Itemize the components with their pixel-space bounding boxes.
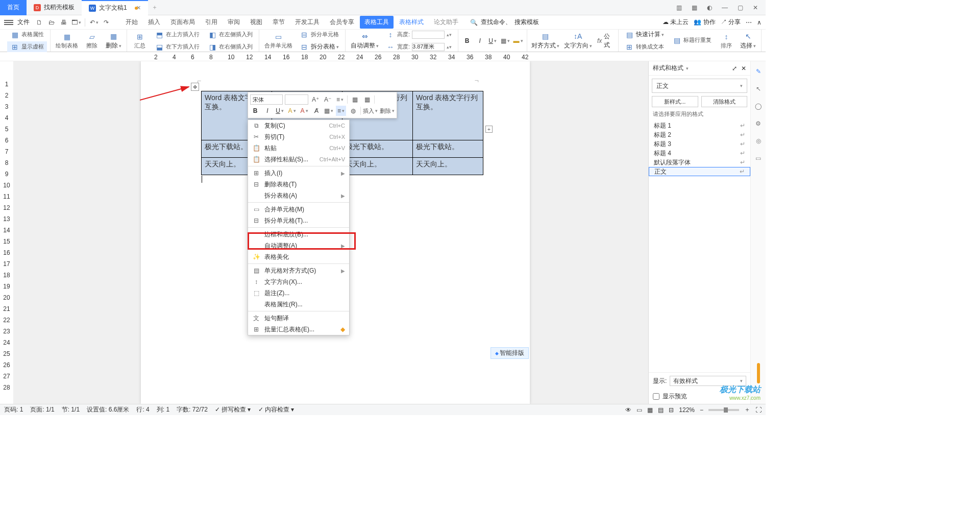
ctx-text-direction[interactable]: ↕文字方向(X)... xyxy=(248,276,349,287)
mini-align-icon[interactable]: ≡▾ xyxy=(336,106,346,116)
draw-table-button[interactable]: ▦绘制表格 xyxy=(54,31,80,51)
border-icon[interactable]: ▦▾ xyxy=(500,35,511,46)
ctx-copy[interactable]: ⧉复制(C)Ctrl+C xyxy=(248,120,349,131)
side-location-icon[interactable]: ◎ xyxy=(753,136,764,146)
smart-layout-button[interactable]: 智能排版 xyxy=(491,347,529,359)
table-move-handle[interactable]: ✥ xyxy=(191,83,199,91)
status-words[interactable]: 字数: 72/72 xyxy=(177,405,208,414)
new-style-button[interactable]: 新样式... xyxy=(652,96,698,107)
cloud-status[interactable]: ☁ 未上云 xyxy=(663,18,689,27)
command-search[interactable]: 🔍 查找命令、搜索模板 xyxy=(470,18,539,27)
open-icon[interactable]: 🗁 xyxy=(46,17,57,28)
mini-underline-icon[interactable]: U▾ xyxy=(275,106,285,116)
ctx-cut[interactable]: ✂剪切(T)Ctrl+X xyxy=(248,131,349,142)
preview-checkbox[interactable] xyxy=(653,393,659,400)
view-print-icon[interactable]: ▦ xyxy=(647,406,653,414)
new-tab-button[interactable]: ＋ xyxy=(148,1,161,14)
row-height-field[interactable]: ↕高度:▴▾ xyxy=(383,29,455,40)
ctx-paste[interactable]: 📋粘贴Ctrl+V xyxy=(248,142,349,154)
select-button[interactable]: ↖选择▾ xyxy=(738,31,758,51)
convert-text-button[interactable]: ⊞转换成文本 xyxy=(622,41,667,53)
width-input[interactable] xyxy=(412,43,445,51)
underline-icon[interactable]: U▾ xyxy=(487,35,498,46)
view-outline-icon[interactable]: ⊟ xyxy=(669,406,674,414)
style-item[interactable]: 标题 4↵ xyxy=(649,149,750,158)
summary-button[interactable]: ⊞汇总 xyxy=(130,31,150,51)
quick-calc-button[interactable]: ▤快速计算▾ xyxy=(622,29,667,40)
user-avatar-icon[interactable]: ◐ xyxy=(702,1,717,15)
ctx-batch-summary[interactable]: ⊞批量汇总表格(E)...◆ xyxy=(248,324,349,335)
table-cell[interactable]: Word 表格文字行列互换。 xyxy=(413,91,483,140)
status-page[interactable]: 页码: 1 xyxy=(4,405,23,414)
table-cell[interactable]: 极光下载站。 xyxy=(342,140,413,158)
mini-highlight-icon[interactable]: A▾ xyxy=(287,106,297,116)
shading-icon[interactable]: ▬▾ xyxy=(512,35,524,46)
ctx-delete-table[interactable]: ⊟删除表格(T) xyxy=(248,179,349,190)
mini-bold-icon[interactable]: B xyxy=(250,106,260,116)
status-section[interactable]: 节: 1/1 xyxy=(62,405,80,414)
mtab-view[interactable]: 视图 xyxy=(246,16,267,29)
mtab-table-tools[interactable]: 表格工具 xyxy=(360,16,394,29)
ctx-cell-align[interactable]: ▤单元格对齐方式(G)▶ xyxy=(248,265,349,276)
current-style-select[interactable]: 正文▾ xyxy=(652,79,747,93)
erase-button[interactable]: ▱擦除 xyxy=(82,31,102,51)
insert-row-above-button[interactable]: ⬒在上方插入行 xyxy=(152,29,203,40)
insert-col-right-button[interactable]: ◨在右侧插入列 xyxy=(205,41,256,53)
tab-templates[interactable]: D 找稻壳模板 xyxy=(27,0,82,15)
status-pages[interactable]: 页面: 1/1 xyxy=(30,405,54,414)
zoom-out-icon[interactable]: − xyxy=(700,406,703,414)
close-window-button[interactable]: ✕ xyxy=(748,1,763,15)
style-item[interactable]: 标题 2↵ xyxy=(649,130,750,139)
mini-insert-icon[interactable]: ▦ xyxy=(350,94,360,105)
maximize-button[interactable]: ▢ xyxy=(733,1,747,15)
mini-shading-icon[interactable]: ◍ xyxy=(348,106,358,116)
view-read-icon[interactable]: ▭ xyxy=(636,406,642,414)
mini-delete-label[interactable]: 删除▾ xyxy=(380,106,395,116)
new-icon[interactable]: 🗋 xyxy=(34,17,45,28)
mini-italic-icon[interactable]: I xyxy=(262,106,273,116)
status-spellcheck[interactable]: ✓ 拼写检查 ▾ xyxy=(215,405,251,414)
formula-button[interactable]: 公式 xyxy=(604,32,615,50)
merge-cells-button[interactable]: ▭合并单元格 xyxy=(262,31,295,51)
table-props-button[interactable]: ▦表格属性 xyxy=(7,29,47,40)
side-shape-icon[interactable]: ◯ xyxy=(753,101,764,111)
mini-clear-icon[interactable]: A̸ xyxy=(311,106,322,116)
bold-icon[interactable]: B xyxy=(461,35,473,46)
minimize-button[interactable]: ― xyxy=(718,1,732,15)
ctx-split-cells[interactable]: ⊟拆分单元格(T)... xyxy=(248,215,349,226)
ctx-border-shading[interactable]: 边框和底纹(B)... xyxy=(248,229,349,240)
sort-button[interactable]: ↕排序 xyxy=(717,31,736,51)
mtab-start[interactable]: 开始 xyxy=(121,16,142,29)
document-canvas[interactable]: ⌐ ¬ ✥ Word 表格文字行列互换。Word 表格文字行列互换。Word 表… xyxy=(13,61,648,404)
col-width-field[interactable]: ↔宽度:▴▾ xyxy=(383,41,455,53)
align-button[interactable]: ▤对齐方式▾ xyxy=(530,31,560,51)
print-icon[interactable]: 🖶 xyxy=(58,17,69,28)
file-menu[interactable]: 文件 xyxy=(14,17,33,28)
increase-font-icon[interactable]: A⁺ xyxy=(310,94,321,105)
style-item[interactable]: 默认段落字体↵ xyxy=(649,158,750,167)
collapse-ribbon-icon[interactable]: ∧ xyxy=(757,19,762,26)
layout-icon[interactable]: ▥ xyxy=(672,1,686,15)
style-item[interactable]: 标题 1↵ xyxy=(649,121,750,130)
preview-icon[interactable]: 🗔▾ xyxy=(70,17,82,28)
ctx-caption[interactable]: ⬚题注(Z)... xyxy=(248,287,349,299)
mini-insert2-icon[interactable]: ▦ xyxy=(362,94,372,105)
coop-button[interactable]: 👥 协作 xyxy=(694,18,715,27)
apps-icon[interactable]: ▦ xyxy=(687,1,701,15)
mtab-insert[interactable]: 插入 xyxy=(143,16,165,29)
zoom-slider[interactable] xyxy=(708,409,739,411)
list-icon[interactable]: ≡▾ xyxy=(335,94,345,105)
table-cell[interactable]: 极光下载站。 xyxy=(413,140,483,158)
mini-size-input[interactable] xyxy=(285,94,308,105)
mtab-paper[interactable]: 论文助手 xyxy=(429,16,463,29)
mini-insert-label[interactable]: 插入▾ xyxy=(363,106,378,116)
style-item[interactable]: 正文↵ xyxy=(649,167,750,176)
side-scroll-indicator[interactable] xyxy=(757,363,760,383)
delete-button[interactable]: ▦删除▾ xyxy=(104,31,124,51)
ctx-autofit[interactable]: 自动调整(A)▶ xyxy=(248,240,349,251)
zoom-value[interactable]: 122% xyxy=(679,406,695,414)
tab-home[interactable]: 首页 xyxy=(0,0,27,15)
split-table-button[interactable]: ⊟拆分表格▾ xyxy=(297,41,342,53)
more-icon[interactable]: ⋯ xyxy=(746,19,752,26)
mini-font-input[interactable] xyxy=(250,94,283,105)
